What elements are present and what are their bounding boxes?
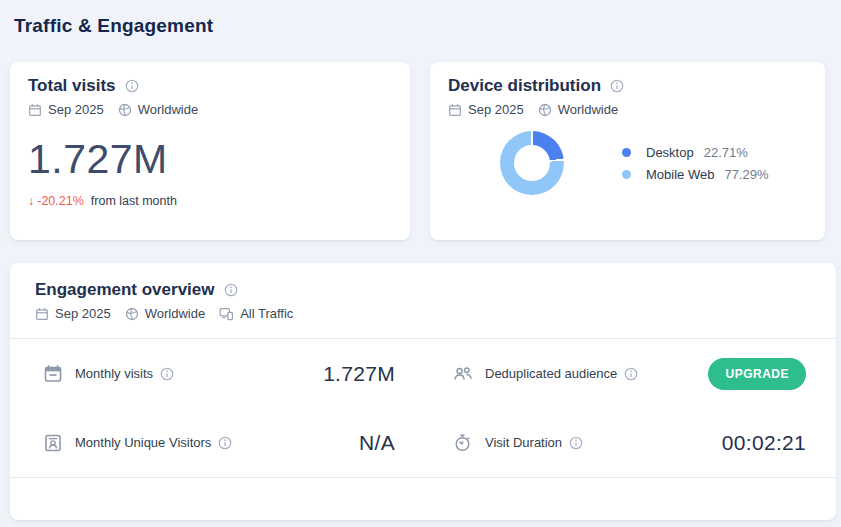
calendar-icon bbox=[35, 307, 49, 321]
divider bbox=[10, 477, 836, 478]
total-visits-card: Total visits Sep 2025 Worldwide 1.727M ↓… bbox=[10, 62, 410, 240]
page-title: Traffic & Engagement bbox=[14, 15, 213, 37]
metric-monthly-unique-visitors: Monthly Unique Visitors N/A bbox=[10, 408, 423, 477]
region-label: Worldwide bbox=[145, 306, 205, 321]
period-label: Sep 2025 bbox=[468, 102, 524, 117]
period-label: Sep 2025 bbox=[55, 306, 111, 321]
stopwatch-icon bbox=[452, 432, 474, 454]
person-badge-icon bbox=[42, 432, 64, 454]
metric-value: 00:02:21 bbox=[722, 431, 806, 455]
globe-icon bbox=[125, 307, 139, 321]
device-distribution-title: Device distribution bbox=[448, 76, 601, 96]
metric-label: Visit Duration bbox=[485, 435, 562, 450]
region-label: Worldwide bbox=[558, 102, 618, 117]
metric-label: Deduplicated audience bbox=[485, 366, 617, 381]
info-icon[interactable] bbox=[218, 436, 232, 450]
globe-icon bbox=[538, 103, 552, 117]
device-distribution-card: Device distribution Sep 2025 Worldwide D… bbox=[430, 62, 825, 240]
legend-value: 22.71% bbox=[704, 145, 748, 160]
total-visits-value: 1.727M bbox=[28, 137, 392, 181]
globe-icon bbox=[118, 103, 132, 117]
info-icon[interactable] bbox=[569, 436, 583, 450]
metric-label: Monthly visits bbox=[75, 366, 153, 381]
metric-value: 1.727M bbox=[323, 362, 395, 386]
region-label: Worldwide bbox=[138, 102, 198, 117]
info-icon[interactable] bbox=[160, 367, 174, 381]
metric-value: N/A bbox=[359, 431, 395, 455]
legend-label: Mobile Web bbox=[646, 167, 714, 182]
desktop-dot-icon bbox=[622, 148, 631, 157]
mobile-web-dot-icon bbox=[622, 170, 631, 179]
legend-item-desktop: Desktop 22.71% bbox=[622, 145, 769, 160]
legend-label: Desktop bbox=[646, 145, 694, 160]
total-visits-title: Total visits bbox=[28, 76, 116, 96]
legend-value: 77.29% bbox=[724, 167, 768, 182]
calendar-icon bbox=[28, 103, 42, 117]
change-suffix: from last month bbox=[91, 194, 177, 208]
info-icon[interactable] bbox=[125, 79, 139, 93]
devices-icon bbox=[219, 306, 234, 321]
people-icon bbox=[452, 363, 474, 385]
metric-monthly-visits: Monthly visits 1.727M bbox=[10, 339, 423, 408]
info-icon[interactable] bbox=[610, 79, 624, 93]
calendar-icon bbox=[448, 103, 462, 117]
calendar-metric-icon bbox=[42, 363, 64, 385]
info-icon[interactable] bbox=[224, 283, 238, 297]
engagement-overview-title: Engagement overview bbox=[35, 280, 215, 300]
metric-label: Monthly Unique Visitors bbox=[75, 435, 211, 450]
traffic-filter-label: All Traffic bbox=[240, 306, 293, 321]
info-icon[interactable] bbox=[624, 367, 638, 381]
period-label: Sep 2025 bbox=[48, 102, 104, 117]
device-legend: Desktop 22.71% Mobile Web 77.29% bbox=[622, 145, 769, 182]
metric-visit-duration: Visit Duration 00:02:21 bbox=[423, 408, 836, 477]
engagement-metrics: Monthly visits 1.727M Deduplicated audie… bbox=[10, 339, 836, 477]
device-donut-chart bbox=[500, 131, 564, 195]
upgrade-button[interactable]: UPGRADE bbox=[708, 358, 806, 390]
metric-deduplicated-audience: Deduplicated audience UPGRADE bbox=[423, 339, 836, 408]
legend-item-mobile-web: Mobile Web 77.29% bbox=[622, 167, 769, 182]
change-value: -20.21% bbox=[37, 194, 84, 208]
arrow-down-icon: ↓ bbox=[28, 194, 34, 208]
engagement-overview-card: Engagement overview Sep 2025 Worldwide A… bbox=[10, 263, 836, 520]
